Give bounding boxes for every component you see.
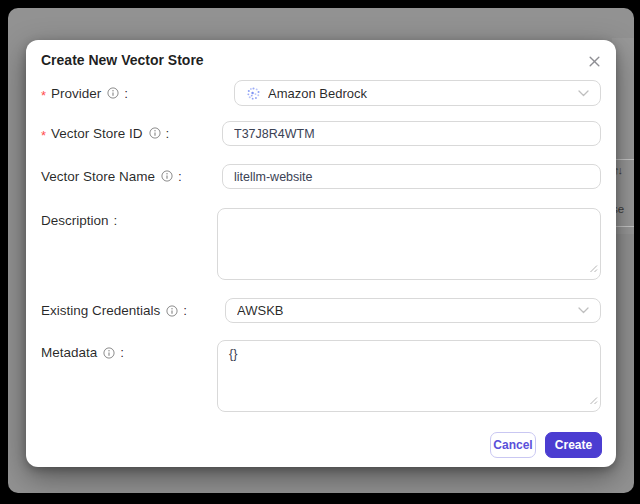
- vector-store-name-label: Vector Store Name :: [41, 163, 182, 189]
- existing-credentials-select-value: AWSKB: [237, 303, 571, 318]
- label-colon: :: [178, 169, 182, 184]
- create-vector-store-dialog: Create New Vector Store * Provider: [26, 40, 616, 467]
- provider-select-value: Amazon Bedrock: [268, 86, 571, 101]
- required-marker: *: [41, 85, 46, 102]
- metadata-textarea[interactable]: {}: [217, 340, 601, 412]
- label-colon: :: [114, 213, 118, 228]
- chevron-down-icon: [578, 90, 589, 97]
- label-colon: :: [183, 303, 187, 318]
- description-label: Description :: [41, 208, 117, 233]
- provider-label: * Provider :: [41, 80, 128, 106]
- chevron-down-icon: [578, 307, 589, 314]
- background-table-divider: [615, 226, 634, 227]
- close-icon[interactable]: [584, 51, 604, 71]
- vector-store-id-label-text: Vector Store ID: [51, 126, 143, 141]
- metadata-field-wrap: {}: [217, 340, 601, 412]
- dimmed-app-window: ↑↓ se Create New Vector Store * Provider: [8, 8, 634, 493]
- bedrock-icon: [246, 86, 261, 101]
- metadata-label-text: Metadata: [41, 345, 97, 360]
- description-label-text: Description: [41, 213, 109, 228]
- vector-store-id-input[interactable]: [222, 121, 601, 146]
- vector-store-name-label-text: Vector Store Name: [41, 169, 155, 184]
- provider-label-text: Provider: [51, 86, 101, 101]
- description-field-wrap: [217, 208, 601, 280]
- dialog-title: Create New Vector Store: [41, 52, 204, 68]
- existing-credentials-select[interactable]: AWSKB: [225, 298, 601, 323]
- cancel-button[interactable]: Cancel: [490, 432, 536, 458]
- screen: ↑↓ se Create New Vector Store * Provider: [0, 0, 640, 504]
- label-colon: :: [166, 126, 170, 141]
- vector-store-id-label: * Vector Store ID :: [41, 120, 169, 146]
- label-colon: :: [120, 345, 124, 360]
- provider-select[interactable]: Amazon Bedrock: [234, 80, 601, 106]
- existing-credentials-label: Existing Credentials :: [41, 298, 187, 323]
- info-icon[interactable]: [107, 87, 119, 99]
- info-icon[interactable]: [166, 305, 178, 317]
- info-icon[interactable]: [149, 127, 161, 139]
- background-table-divider: [615, 159, 634, 160]
- description-textarea[interactable]: [217, 208, 601, 280]
- create-button[interactable]: Create: [545, 432, 602, 458]
- existing-credentials-label-text: Existing Credentials: [41, 303, 160, 318]
- info-icon[interactable]: [161, 170, 173, 182]
- required-marker: *: [41, 125, 46, 142]
- metadata-label: Metadata :: [41, 340, 124, 365]
- vector-store-name-input[interactable]: [222, 164, 601, 189]
- label-colon: :: [124, 86, 128, 101]
- info-icon[interactable]: [103, 347, 115, 359]
